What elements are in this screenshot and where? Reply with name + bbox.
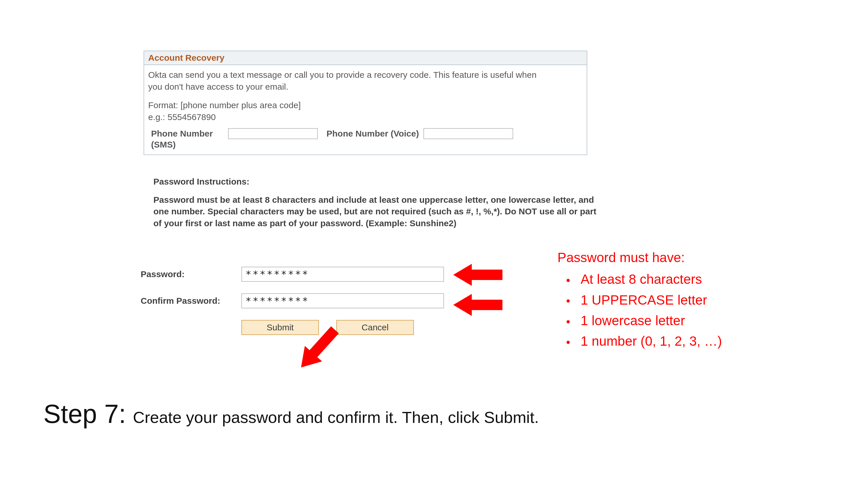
password-input[interactable]	[241, 267, 444, 282]
phone-row: Phone Number (SMS) Phone Number (Voice)	[148, 128, 583, 150]
password-area: Password: Confirm Password: Submit Cance…	[141, 267, 610, 335]
confirm-password-input[interactable]	[241, 293, 444, 308]
password-requirements: Password must have: At least 8 character…	[557, 247, 777, 352]
requirements-title: Password must have:	[557, 247, 777, 268]
svg-marker-2	[292, 325, 344, 374]
cancel-button[interactable]: Cancel	[336, 320, 414, 335]
voice-label: Phone Number (Voice)	[327, 128, 419, 139]
arrow-left-icon	[453, 264, 502, 286]
svg-marker-0	[453, 264, 502, 286]
panel-body: Okta can send you a text message or call…	[144, 65, 587, 155]
requirement-item: At least 8 characters	[566, 269, 777, 290]
voice-input[interactable]	[424, 128, 513, 139]
requirement-item: 1 UPPERCASE letter	[566, 290, 777, 311]
format-line: Format: [phone number plus area code]	[148, 99, 583, 111]
step-text: Create your password and confirm it. The…	[133, 408, 539, 427]
step-text-submit: Submit	[484, 408, 534, 426]
format-description: Format: [phone number plus area code] e.…	[148, 99, 583, 123]
step-text-after: .	[534, 408, 539, 426]
requirement-item: 1 lowercase letter	[566, 311, 777, 331]
arrow-diagonal-icon	[290, 325, 345, 374]
step-text-before: Create your password and confirm it. The…	[133, 408, 484, 426]
instructions-title: Password Instructions:	[153, 176, 605, 188]
sms-group: Phone Number (SMS)	[151, 128, 318, 150]
voice-group: Phone Number (Voice)	[327, 128, 513, 139]
svg-marker-1	[453, 294, 502, 316]
requirement-item: 1 number (0, 1, 2, 3, …)	[566, 331, 777, 352]
arrow-left-icon	[453, 294, 502, 316]
confirm-password-row: Confirm Password:	[141, 293, 610, 308]
instructions-body: Password must be at least 8 characters a…	[153, 194, 605, 229]
step-label: Step 7:	[43, 399, 126, 429]
account-recovery-panel: Account Recovery Okta can send you a tex…	[144, 51, 587, 155]
confirm-password-label: Confirm Password:	[141, 296, 241, 306]
step-row: Step 7: Create your password and confirm…	[43, 399, 539, 429]
example-line: e.g.: 5554567890	[148, 111, 583, 123]
recovery-description: Okta can send you a text message or call…	[148, 69, 545, 93]
sms-label: Phone Number (SMS)	[151, 128, 223, 150]
password-label: Password:	[141, 269, 241, 279]
panel-title: Account Recovery	[144, 51, 587, 65]
password-row: Password:	[141, 267, 610, 282]
password-instructions: Password Instructions: Password must be …	[153, 176, 605, 229]
requirements-list: At least 8 characters 1 UPPERCASE letter…	[557, 269, 777, 352]
sms-input[interactable]	[228, 128, 318, 139]
